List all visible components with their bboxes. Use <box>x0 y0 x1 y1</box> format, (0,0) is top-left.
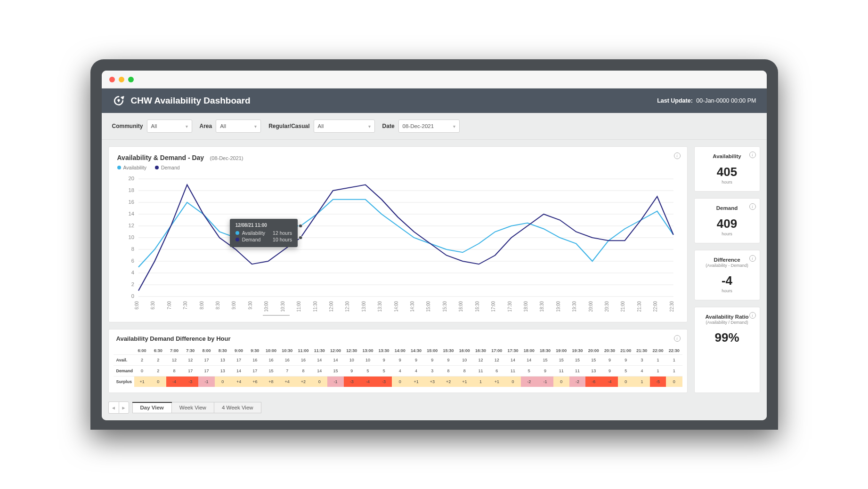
community-select[interactable]: All ▾ <box>147 120 192 133</box>
diff-demand-cell: 15 <box>263 366 279 377</box>
tab-day-view[interactable]: Day View <box>132 402 172 413</box>
filter-bar: Community All ▾ Area All ▾ Regular/Casua… <box>102 113 767 140</box>
svg-text:7:30: 7:30 <box>182 301 188 310</box>
tab-next-arrow[interactable]: ► <box>119 401 129 414</box>
svg-text:14:00: 14:00 <box>393 301 399 312</box>
legend-dot-availability <box>117 166 121 169</box>
diff-surplus-row: Surplus+10-4-3-10+4+6+8+4+20-1-3-4-30+1+… <box>114 377 682 387</box>
area-select-value: All <box>220 123 226 129</box>
difference-table-card: i Availability Demand Difference by Hour… <box>108 329 688 393</box>
stat-ratio-sublabel: (Availability / Demand) <box>698 320 757 325</box>
svg-text:16: 16 <box>128 200 134 205</box>
svg-text:10:30: 10:30 <box>280 301 285 312</box>
diff-demand-cell: 11 <box>472 366 488 377</box>
last-update-value: 00-Jan-0000 00:00 PM <box>696 97 756 104</box>
diff-demand-cell: 11 <box>553 366 569 377</box>
diff-demand-cell: 17 <box>182 366 198 377</box>
svg-text:11:30: 11:30 <box>312 301 318 312</box>
svg-text:12:00: 12:00 <box>328 301 334 312</box>
view-tabs: ◄ ► Day View Week View 4 Week View <box>102 398 767 420</box>
svg-text:17:30: 17:30 <box>507 301 512 312</box>
line-chart-area[interactable]: 024681012141618206:006:307:007:308:008:3… <box>117 175 679 316</box>
regular-casual-select[interactable]: All ▾ <box>314 120 375 133</box>
diff-demand-cell: 4 <box>634 366 650 377</box>
diff-avail-cell: 12 <box>166 355 182 366</box>
tab-week-view[interactable]: Week View <box>171 402 214 413</box>
tab-prev-arrow[interactable]: ◄ <box>108 401 119 414</box>
diff-col-header: 19:00 <box>553 347 569 355</box>
maximize-window-dot[interactable] <box>128 77 134 82</box>
diff-surplus-cell: +2 <box>295 377 311 387</box>
svg-text:16:00: 16:00 <box>458 301 463 312</box>
diff-col-header: 15:30 <box>440 347 456 355</box>
stat-availability-value: 405 <box>698 165 757 179</box>
svg-text:14:30: 14:30 <box>409 301 415 312</box>
diff-avail-cell: 16 <box>263 355 279 366</box>
stat-difference-sublabel: (Availability - Demand) <box>698 263 757 268</box>
diff-avail-cell: 14 <box>327 355 343 366</box>
diff-demand-cell: 3 <box>424 366 440 377</box>
svg-text:19:00: 19:00 <box>555 301 561 312</box>
info-icon[interactable]: i <box>674 335 681 342</box>
diff-demand-cell: 0 <box>134 366 150 377</box>
diff-avail-cell: 15 <box>569 355 585 366</box>
diff-demand-cell: 1 <box>666 366 682 377</box>
svg-text:6:30: 6:30 <box>150 301 155 310</box>
info-icon[interactable]: i <box>749 152 756 158</box>
svg-text:10:00: 10:00 <box>263 301 269 312</box>
svg-text:8:00: 8:00 <box>199 301 204 310</box>
diff-demand-cell: 11 <box>505 366 521 377</box>
diff-avail-cell: 14 <box>311 355 327 366</box>
info-icon[interactable]: i <box>749 312 756 319</box>
diff-surplus-cell: 0 <box>150 377 166 387</box>
stat-availability-label: Availability <box>698 153 757 159</box>
info-icon[interactable]: i <box>749 203 756 210</box>
legend-availability-label: Availability <box>123 165 146 170</box>
svg-text:20: 20 <box>128 176 134 181</box>
diff-demand-cell: 8 <box>166 366 182 377</box>
chevron-down-icon: ▾ <box>254 124 257 129</box>
svg-text:10: 10 <box>128 235 134 240</box>
diff-demand-cell: 5 <box>618 366 634 377</box>
svg-text:15:30: 15:30 <box>442 301 447 312</box>
diff-col-header: 16:30 <box>472 347 488 355</box>
diff-avail-cell: 15 <box>553 355 569 366</box>
minimize-window-dot[interactable] <box>119 77 124 82</box>
diff-col-header: 16:00 <box>456 347 472 355</box>
diff-surplus-cell: -2 <box>569 377 585 387</box>
diff-avail-cell: 14 <box>521 355 537 366</box>
header-left: CHW Availability Dashboard <box>112 94 251 107</box>
diff-col-header: 20:30 <box>601 347 617 355</box>
diff-demand-cell: 9 <box>601 366 617 377</box>
chevron-down-icon: ▾ <box>453 124 455 129</box>
diff-avail-cell: 9 <box>408 355 424 366</box>
diff-col-header: 9:00 <box>231 347 247 355</box>
diff-demand-cell: 5 <box>521 366 537 377</box>
diff-avail-cell: 15 <box>537 355 553 366</box>
diff-surplus-cell: 0 <box>392 377 408 387</box>
area-select[interactable]: All ▾ <box>216 120 261 133</box>
screen: CHW Availability Dashboard Last Update: … <box>102 71 767 420</box>
diff-col-header: 21:30 <box>634 347 650 355</box>
diff-avail-cell: 16 <box>295 355 311 366</box>
diff-col-header: 7:30 <box>182 347 198 355</box>
svg-text:16:30: 16:30 <box>474 301 480 312</box>
svg-text:13:30: 13:30 <box>377 301 382 312</box>
diff-demand-cell: 9 <box>537 366 553 377</box>
legend-availability[interactable]: Availability <box>117 165 146 170</box>
close-window-dot[interactable] <box>109 77 115 82</box>
diff-demand-row: Demand0281717131417157814159554438811611… <box>114 366 682 377</box>
availability-demand-chart-card: i Availability & Demand - Day (08-Dec-20… <box>108 146 688 322</box>
info-icon[interactable]: i <box>749 255 756 262</box>
svg-text:0: 0 <box>131 294 134 299</box>
diff-surplus-cell: 0 <box>553 377 569 387</box>
diff-surplus-cell: -4 <box>601 377 617 387</box>
info-icon[interactable]: i <box>674 152 681 159</box>
tab-four-week-view[interactable]: 4 Week View <box>214 402 261 413</box>
diff-avail-row: Avail.2212121713171616161614141010999991… <box>114 355 682 366</box>
diff-demand-cell: 4 <box>408 366 424 377</box>
legend-demand[interactable]: Demand <box>155 165 180 170</box>
diff-surplus-cell: +1 <box>134 377 150 387</box>
filter-label-community: Community <box>112 123 143 129</box>
date-select[interactable]: 08-Dec-2021 ▾ <box>398 120 460 133</box>
